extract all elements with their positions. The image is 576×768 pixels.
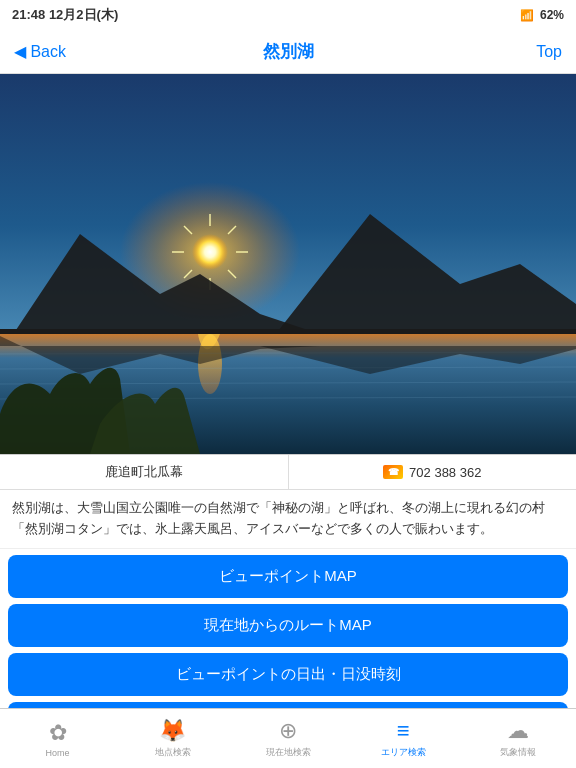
tab-area-label: エリア検索 — [381, 746, 426, 759]
status-icons: 📶 62% — [520, 8, 564, 22]
back-button[interactable]: ◀ Back — [14, 42, 66, 61]
nav-bar: ◀ Back 然別湖 Top — [0, 30, 576, 74]
phone-number: 702 388 362 — [409, 465, 481, 480]
viewpoint-map-button[interactable]: ビューポイントMAP — [8, 555, 568, 598]
area-search-icon: ≡ — [397, 718, 410, 744]
spot-search-icon: 🦊 — [159, 718, 186, 744]
sunrise-button[interactable]: ビューポイントの日出・日没時刻 — [8, 653, 568, 696]
page-title: 然別湖 — [263, 40, 314, 63]
svg-point-2 — [192, 234, 228, 270]
hero-image — [0, 74, 576, 454]
status-bar: 21:48 12月2日(木) 📶 62% — [0, 0, 576, 30]
address-cell: 鹿追町北瓜幕 — [0, 455, 289, 489]
home-icon: ✿ — [49, 720, 67, 746]
tab-weather-label: 気象情報 — [500, 746, 536, 759]
weather-icon: ☁ — [507, 718, 529, 744]
route-map-button[interactable]: 現在地からのルートMAP — [8, 604, 568, 647]
current-location-icon: ⊕ — [279, 718, 297, 744]
phone-icon: ☎ — [383, 465, 403, 479]
tab-spot-label: 地点検索 — [155, 746, 191, 759]
tab-area-search[interactable]: ≡ エリア検索 — [346, 714, 461, 763]
content-area: 鹿追町北瓜幕 ☎ 702 388 362 然別湖は、大雪山国立公園唯一の自然湖で… — [0, 454, 576, 708]
tab-weather-info[interactable]: ☁ 気象情報 — [461, 714, 576, 763]
tab-home-label: Home — [46, 748, 70, 758]
tab-current-location[interactable]: ⊕ 現在地検索 — [230, 714, 345, 763]
top-button[interactable]: Top — [536, 43, 562, 61]
tab-current-label: 現在地検索 — [266, 746, 311, 759]
phone-cell[interactable]: ☎ 702 388 362 — [289, 455, 577, 489]
wifi-icon: 📶 — [520, 9, 534, 22]
battery-level: 62% — [540, 8, 564, 22]
status-time: 21:48 12月2日(木) — [12, 6, 118, 24]
tab-bar: ✿ Home 🦊 地点検索 ⊕ 現在地検索 ≡ エリア検索 ☁ 気象情報 — [0, 708, 576, 768]
page-scroll[interactable]: 鹿追町北瓜幕 ☎ 702 388 362 然別湖は、大雪山国立公園唯一の自然湖で… — [0, 74, 576, 708]
tab-home[interactable]: ✿ Home — [0, 716, 115, 762]
location-row: 鹿追町北瓜幕 ☎ 702 388 362 — [0, 455, 576, 490]
description-text: 然別湖は、大雪山国立公園唯一の自然湖で「神秘の湖」と呼ばれ、冬の湖上に現れる幻の… — [0, 490, 576, 549]
tab-spot-search[interactable]: 🦊 地点検索 — [115, 714, 230, 763]
